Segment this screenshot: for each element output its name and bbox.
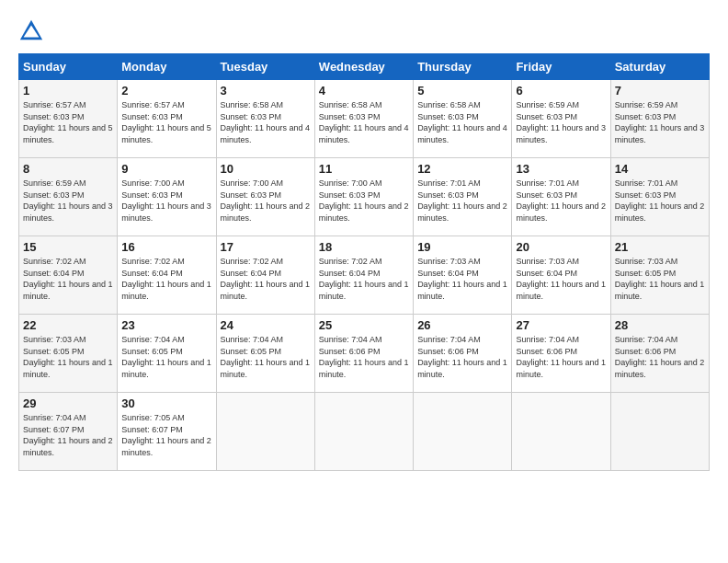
day-info: Sunrise: 7:05 AM Sunset: 6:07 PM Dayligh… (121, 412, 211, 458)
calendar-table: SundayMondayTuesdayWednesdayThursdayFrid… (18, 53, 710, 471)
weekday-header-row: SundayMondayTuesdayWednesdayThursdayFrid… (19, 54, 710, 80)
day-cell: 10Sunrise: 7:00 AM Sunset: 6:03 PM Dayli… (216, 158, 314, 236)
day-info: Sunrise: 6:58 AM Sunset: 6:03 PM Dayligh… (417, 99, 507, 145)
weekday-header-friday: Friday (512, 54, 610, 80)
day-info: Sunrise: 7:01 AM Sunset: 6:03 PM Dayligh… (615, 178, 705, 224)
day-info: Sunrise: 7:04 AM Sunset: 6:06 PM Dayligh… (417, 334, 507, 380)
weekday-header-saturday: Saturday (610, 54, 709, 80)
day-info: Sunrise: 6:58 AM Sunset: 6:03 PM Dayligh… (319, 99, 409, 145)
day-cell: 24Sunrise: 7:04 AM Sunset: 6:05 PM Dayli… (216, 315, 314, 393)
day-info: Sunrise: 7:04 AM Sunset: 6:06 PM Dayligh… (615, 334, 705, 380)
day-info: Sunrise: 7:04 AM Sunset: 6:07 PM Dayligh… (23, 412, 113, 458)
day-info: Sunrise: 7:00 AM Sunset: 6:03 PM Dayligh… (319, 178, 409, 224)
day-number: 10 (221, 162, 311, 176)
day-cell: 13Sunrise: 7:01 AM Sunset: 6:03 PM Dayli… (512, 158, 610, 236)
day-cell: 27Sunrise: 7:04 AM Sunset: 6:06 PM Dayli… (512, 315, 610, 393)
day-cell: 12Sunrise: 7:01 AM Sunset: 6:03 PM Dayli… (414, 158, 512, 236)
day-info: Sunrise: 7:02 AM Sunset: 6:04 PM Dayligh… (23, 256, 113, 302)
weekday-header-wednesday: Wednesday (314, 54, 413, 80)
day-cell: 5Sunrise: 6:58 AM Sunset: 6:03 PM Daylig… (414, 80, 512, 158)
day-info: Sunrise: 7:03 AM Sunset: 6:04 PM Dayligh… (417, 256, 507, 302)
weekday-header-sunday: Sunday (19, 54, 118, 80)
day-number: 29 (23, 396, 113, 410)
day-cell: 7Sunrise: 6:59 AM Sunset: 6:03 PM Daylig… (610, 80, 709, 158)
day-cell: 15Sunrise: 7:02 AM Sunset: 6:04 PM Dayli… (19, 236, 118, 315)
weekday-header-monday: Monday (118, 54, 216, 80)
day-cell: 8Sunrise: 6:59 AM Sunset: 6:03 PM Daylig… (19, 158, 118, 236)
day-number: 4 (319, 84, 409, 98)
day-cell: 3Sunrise: 6:58 AM Sunset: 6:03 PM Daylig… (216, 80, 314, 158)
day-info: Sunrise: 7:00 AM Sunset: 6:03 PM Dayligh… (221, 178, 311, 224)
day-number: 2 (121, 84, 211, 98)
day-cell: 1Sunrise: 6:57 AM Sunset: 6:03 PM Daylig… (19, 80, 118, 158)
day-info: Sunrise: 6:57 AM Sunset: 6:03 PM Dayligh… (23, 99, 113, 145)
day-info: Sunrise: 7:01 AM Sunset: 6:03 PM Dayligh… (417, 178, 507, 224)
day-cell: 23Sunrise: 7:04 AM Sunset: 6:05 PM Dayli… (118, 315, 216, 393)
day-number: 14 (615, 162, 705, 176)
day-number: 13 (516, 162, 606, 176)
day-cell: 16Sunrise: 7:02 AM Sunset: 6:04 PM Dayli… (118, 236, 216, 315)
day-cell: 30Sunrise: 7:05 AM Sunset: 6:07 PM Dayli… (118, 393, 216, 471)
day-number: 27 (516, 318, 606, 332)
day-cell: 4Sunrise: 6:58 AM Sunset: 6:03 PM Daylig… (314, 80, 413, 158)
day-cell: 25Sunrise: 7:04 AM Sunset: 6:06 PM Dayli… (314, 315, 413, 393)
day-info: Sunrise: 6:59 AM Sunset: 6:03 PM Dayligh… (516, 99, 606, 145)
day-info: Sunrise: 7:02 AM Sunset: 6:04 PM Dayligh… (121, 256, 211, 302)
day-number: 12 (417, 162, 507, 176)
logo-icon (18, 18, 44, 44)
day-number: 9 (121, 162, 211, 176)
day-cell: 18Sunrise: 7:02 AM Sunset: 6:04 PM Dayli… (314, 236, 413, 315)
day-cell: 17Sunrise: 7:02 AM Sunset: 6:04 PM Dayli… (216, 236, 314, 315)
day-cell: 9Sunrise: 7:00 AM Sunset: 6:03 PM Daylig… (118, 158, 216, 236)
day-cell: 2Sunrise: 6:57 AM Sunset: 6:03 PM Daylig… (118, 80, 216, 158)
day-info: Sunrise: 7:04 AM Sunset: 6:06 PM Dayligh… (319, 334, 409, 380)
day-info: Sunrise: 7:01 AM Sunset: 6:03 PM Dayligh… (516, 178, 606, 224)
day-info: Sunrise: 7:03 AM Sunset: 6:04 PM Dayligh… (516, 256, 606, 302)
day-number: 22 (23, 318, 113, 332)
weekday-header-thursday: Thursday (414, 54, 512, 80)
week-row-1: 1Sunrise: 6:57 AM Sunset: 6:03 PM Daylig… (19, 80, 710, 158)
day-info: Sunrise: 7:02 AM Sunset: 6:04 PM Dayligh… (319, 256, 409, 302)
day-cell: 21Sunrise: 7:03 AM Sunset: 6:05 PM Dayli… (610, 236, 709, 315)
day-number: 28 (615, 318, 705, 332)
day-info: Sunrise: 7:04 AM Sunset: 6:05 PM Dayligh… (221, 334, 311, 380)
day-number: 5 (417, 84, 507, 98)
day-info: Sunrise: 6:57 AM Sunset: 6:03 PM Dayligh… (121, 99, 211, 145)
day-cell (414, 393, 512, 471)
day-info: Sunrise: 6:59 AM Sunset: 6:03 PM Dayligh… (23, 178, 113, 224)
week-row-3: 15Sunrise: 7:02 AM Sunset: 6:04 PM Dayli… (19, 236, 710, 315)
day-cell: 14Sunrise: 7:01 AM Sunset: 6:03 PM Dayli… (610, 158, 709, 236)
day-info: Sunrise: 7:03 AM Sunset: 6:05 PM Dayligh… (23, 334, 113, 380)
day-cell: 26Sunrise: 7:04 AM Sunset: 6:06 PM Dayli… (414, 315, 512, 393)
day-cell (314, 393, 413, 471)
logo (18, 18, 46, 44)
day-info: Sunrise: 7:04 AM Sunset: 6:05 PM Dayligh… (121, 334, 211, 380)
day-cell: 19Sunrise: 7:03 AM Sunset: 6:04 PM Dayli… (414, 236, 512, 315)
day-info: Sunrise: 7:04 AM Sunset: 6:06 PM Dayligh… (516, 334, 606, 380)
day-cell (512, 393, 610, 471)
day-number: 26 (417, 318, 507, 332)
day-number: 8 (23, 162, 113, 176)
header (18, 18, 710, 44)
day-info: Sunrise: 7:03 AM Sunset: 6:05 PM Dayligh… (615, 256, 705, 302)
day-number: 18 (319, 240, 409, 254)
week-row-4: 22Sunrise: 7:03 AM Sunset: 6:05 PM Dayli… (19, 315, 710, 393)
week-row-5: 29Sunrise: 7:04 AM Sunset: 6:07 PM Dayli… (19, 393, 710, 471)
day-info: Sunrise: 7:02 AM Sunset: 6:04 PM Dayligh… (221, 256, 311, 302)
day-number: 24 (221, 318, 311, 332)
day-number: 25 (319, 318, 409, 332)
day-number: 20 (516, 240, 606, 254)
day-number: 19 (417, 240, 507, 254)
day-info: Sunrise: 6:59 AM Sunset: 6:03 PM Dayligh… (615, 99, 705, 145)
day-cell: 29Sunrise: 7:04 AM Sunset: 6:07 PM Dayli… (19, 393, 118, 471)
calendar-body: 1Sunrise: 6:57 AM Sunset: 6:03 PM Daylig… (19, 80, 710, 471)
day-number: 23 (121, 318, 211, 332)
day-cell (610, 393, 709, 471)
day-cell: 20Sunrise: 7:03 AM Sunset: 6:04 PM Dayli… (512, 236, 610, 315)
day-cell: 6Sunrise: 6:59 AM Sunset: 6:03 PM Daylig… (512, 80, 610, 158)
day-number: 15 (23, 240, 113, 254)
day-info: Sunrise: 7:00 AM Sunset: 6:03 PM Dayligh… (121, 178, 211, 224)
day-cell: 28Sunrise: 7:04 AM Sunset: 6:06 PM Dayli… (610, 315, 709, 393)
day-number: 11 (319, 162, 409, 176)
weekday-header-tuesday: Tuesday (216, 54, 314, 80)
